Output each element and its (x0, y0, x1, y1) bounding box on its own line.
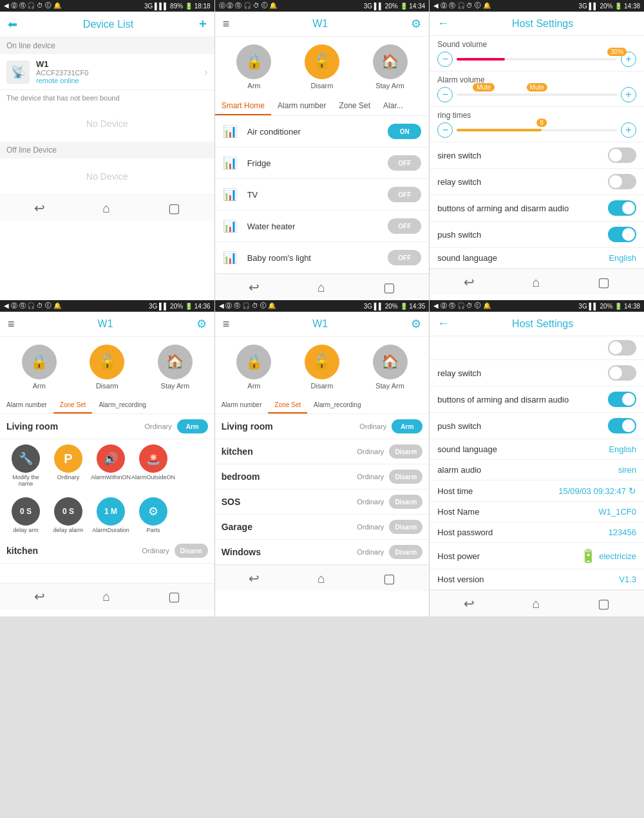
back-nav-1[interactable]: ↩ (34, 200, 45, 216)
sound-volume-section: Sound volume − 30% + (430, 36, 644, 71)
stay-arm-button-3[interactable]: 🏠 Stay Arm (373, 345, 408, 390)
back-icon[interactable]: ⬅ (8, 17, 17, 32)
zone-icon-ordinary[interactable]: P Ordinary (49, 444, 88, 487)
relay-switch-toggle-2[interactable] (608, 365, 636, 381)
alarm-audio-row: alarm audio siren (430, 460, 644, 480)
alarm-volume-track[interactable]: Mute Mute (457, 93, 617, 96)
alarm-volume-decrease[interactable]: − (437, 87, 453, 102)
recent-nav-2[interactable]: ▢ (383, 280, 395, 295)
living-room-type: Ordinary (144, 423, 171, 430)
disarm-button[interactable]: 🔓 Disarm (305, 44, 339, 90)
alarm-audio-value[interactable]: siren (618, 465, 636, 475)
recent-nav-1[interactable]: ▢ (168, 200, 180, 216)
settings-icon-2[interactable]: ⚙ (196, 317, 207, 331)
home-nav-6[interactable]: ⌂ (533, 596, 540, 611)
buttons-arming-toggle-2[interactable] (608, 392, 636, 407)
sound-volume-decrease[interactable]: − (437, 52, 453, 67)
ring-times-decrease[interactable]: − (437, 122, 453, 138)
arm-button[interactable]: 🔒 Arm (236, 44, 271, 90)
zone-icon-delay-alarm[interactable]: 0 S delay alarm (49, 497, 88, 533)
device-info-w1: W1 ACCF23731CF0 remote online (36, 59, 204, 84)
home-nav-3[interactable]: ⌂ (533, 275, 540, 290)
sound-language-value-2[interactable]: English (609, 444, 636, 454)
push-switch-toggle-2[interactable] (608, 418, 636, 433)
recent-nav-3[interactable]: ▢ (598, 274, 610, 290)
push-switch-label: push switch (437, 230, 608, 240)
tab-alarm-recording-3[interactable]: Alarm_recording (307, 397, 367, 414)
zone-living-toggle[interactable]: Arm (392, 419, 422, 433)
recent-nav-5[interactable]: ▢ (383, 571, 395, 586)
kitchen-disarm-toggle[interactable]: Disarm (175, 544, 208, 558)
baby-light-toggle[interactable]: OFF (388, 250, 421, 265)
recent-nav-4[interactable]: ▢ (168, 589, 180, 604)
zone-icon-alarm-outside[interactable]: 🚨 AlarmOutsideON (134, 444, 173, 487)
top-toggle[interactable] (608, 340, 636, 356)
ring-times-track[interactable]: 8 (457, 129, 617, 131)
tab-zone-set-3[interactable]: Zone Set (268, 397, 307, 414)
menu-icon-2[interactable]: ≡ (8, 318, 15, 331)
zone-icon-alarm-duration[interactable]: 1 M AlarmDuration (91, 497, 130, 533)
disarm-button-2[interactable]: 🔓 Disarm (90, 345, 124, 390)
home-nav-4[interactable]: ⌂ (102, 589, 110, 604)
alarm-volume-increase[interactable]: + (621, 87, 636, 102)
tab-zone-set-2[interactable]: Zone Set (53, 397, 93, 414)
tab-alarm[interactable]: Alar... (377, 97, 410, 115)
home-nav-1[interactable]: ⌂ (102, 201, 110, 216)
device-id: ACCF23731CF0 (36, 69, 204, 77)
buttons-arming-toggle[interactable] (608, 200, 636, 216)
device-item-w1[interactable]: 📡 W1 ACCF23731CF0 remote online › (0, 54, 214, 90)
zone-garage-toggle[interactable]: Disarm (389, 520, 422, 534)
home-nav-2[interactable]: ⌂ (317, 280, 325, 295)
refresh-icon[interactable]: ↻ (629, 486, 636, 496)
relay-switch-toggle[interactable] (608, 174, 636, 189)
zone-bedroom-toggle[interactable]: Disarm (389, 470, 422, 484)
menu-icon-1[interactable]: ≡ (223, 17, 230, 31)
arm-button-3[interactable]: 🔒 Arm (236, 345, 271, 390)
tab-smart-home[interactable]: Smart Home (215, 97, 271, 115)
back-nav-2[interactable]: ↩ (249, 280, 260, 295)
add-device-button[interactable]: + (199, 17, 207, 32)
zone-kitchen-toggle[interactable]: Disarm (389, 444, 422, 459)
fridge-toggle[interactable]: OFF (388, 155, 421, 171)
tab-alarm-number[interactable]: Alarm number (271, 97, 332, 115)
sound-language-value[interactable]: English (609, 253, 636, 263)
zone-living-type: Ordinary (359, 423, 386, 430)
arm-button-2[interactable]: 🔒 Arm (22, 345, 57, 390)
back-nav-3[interactable]: ↩ (464, 274, 475, 290)
tab-zone-set[interactable]: Zone Set (332, 97, 377, 115)
settings-icon-1[interactable]: ⚙ (411, 17, 421, 31)
bottom-nav-6: ↩ ⌂ ▢ (430, 590, 644, 616)
relay-switch-label: relay switch (437, 177, 608, 187)
stay-arm-button[interactable]: 🏠 Stay Arm (373, 44, 408, 90)
water-heater-toggle[interactable]: OFF (388, 218, 421, 234)
menu-icon-3[interactable]: ≡ (223, 318, 230, 331)
back-nav-4[interactable]: ↩ (34, 589, 45, 604)
back-nav-5[interactable]: ↩ (249, 571, 260, 586)
siren-switch-toggle[interactable] (608, 147, 636, 163)
zone-icon-modify[interactable]: 🔧 Modify the name (6, 444, 45, 487)
zone-windows-toggle[interactable]: Disarm (389, 545, 422, 559)
zone-sos-toggle[interactable]: Disarm (389, 495, 422, 509)
recent-nav-6[interactable]: ▢ (598, 596, 610, 611)
w1-zone-panel: ◀ ⓖ ⓠ 🎧 ⏱ ⓒ 🔔3G ▌▌ 20% 🔋 14:36 ≡ W1 ⚙ 🔒 … (0, 300, 214, 616)
back-nav-6[interactable]: ↩ (464, 596, 475, 611)
tab-alarm-recording-2[interactable]: Alarm_recording (92, 397, 152, 414)
zone-icon-delay-arm[interactable]: 0 S delay arm (6, 497, 45, 533)
living-room-arm-toggle[interactable]: Arm (177, 419, 208, 433)
back-icon-6[interactable]: ← (437, 317, 449, 330)
push-switch-toggle[interactable] (608, 227, 636, 242)
stay-arm-button-2[interactable]: 🏠 Stay Arm (158, 345, 193, 390)
zone-icon-parts[interactable]: ⚙ Parts (134, 497, 173, 533)
back-icon-3[interactable]: ← (437, 17, 449, 30)
ring-times-increase[interactable]: + (621, 122, 636, 138)
sound-volume-track[interactable]: 30% (457, 58, 617, 61)
settings-icon-3[interactable]: ⚙ (411, 317, 421, 331)
tab-alarm-number-3[interactable]: Alarm number (215, 397, 269, 414)
tab-alarm-number-2[interactable]: Alarm number (0, 397, 53, 414)
sound-volume-value: 30% (607, 48, 627, 56)
disarm-button-3[interactable]: 🔓 Disarm (305, 345, 339, 390)
ac-toggle[interactable]: ON (388, 124, 421, 139)
zone-icon-alarm-within[interactable]: 🔊 AlarmWithinON (91, 444, 130, 487)
home-nav-5[interactable]: ⌂ (317, 571, 325, 586)
tv-toggle[interactable]: OFF (388, 187, 421, 202)
